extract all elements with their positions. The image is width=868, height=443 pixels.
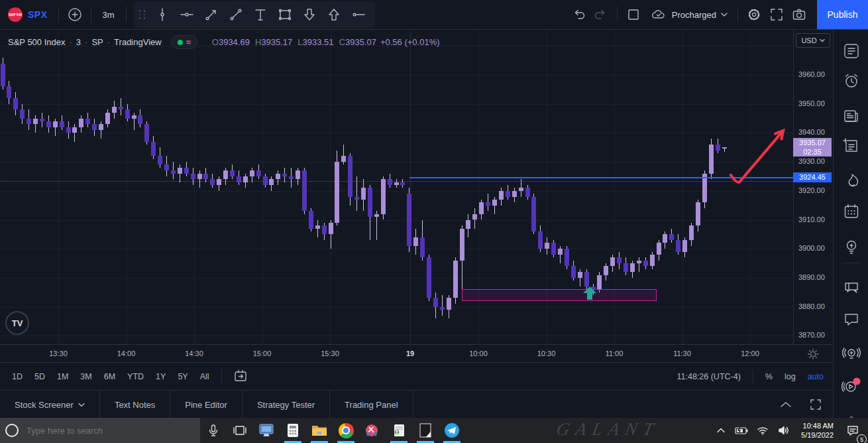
interval-button[interactable]: 3m [96, 10, 121, 20]
right-sidebar [833, 29, 868, 418]
app-contacts[interactable] [386, 418, 412, 443]
taskbar-search[interactable] [0, 418, 200, 443]
price-axis[interactable]: USD 3935.07 02:35 3924.45 3970.003960.00… [793, 29, 833, 344]
cloud-account-menu[interactable]: Procharged [645, 7, 733, 22]
chart-legend[interactable]: S&P 500 Index · 3 · SP · TradingView ≈ O… [8, 35, 440, 49]
fullscreen-button[interactable] [765, 3, 788, 26]
range-button-6m[interactable]: 6M [104, 372, 115, 381]
tray-clock[interactable]: 10:48 AM 5/19/2022 [801, 421, 834, 440]
streams-icon[interactable] [841, 344, 861, 363]
time-label: 11:00 [606, 349, 624, 357]
price-label: 3880.00 [798, 302, 825, 310]
app-calculator[interactable] [280, 418, 306, 443]
rectangle-tool[interactable] [273, 3, 298, 26]
trend-line-tool[interactable] [224, 3, 248, 26]
layout-button[interactable] [622, 3, 645, 26]
go-to-date-button[interactable] [234, 369, 248, 385]
task-view-button[interactable] [227, 418, 253, 443]
market-open-dot-icon [178, 40, 183, 45]
tab-stock-screener[interactable]: Stock Screener [0, 391, 100, 418]
time-axis-settings[interactable] [793, 344, 833, 363]
volume-icon[interactable] [775, 418, 793, 443]
time-label: 15:00 [253, 349, 272, 357]
cloud-check-icon [650, 7, 667, 22]
microphone-button[interactable] [200, 418, 227, 443]
watchlist-icon[interactable] [841, 41, 861, 61]
wifi-icon[interactable] [753, 418, 772, 443]
notification-dot [853, 378, 860, 385]
calendar-icon[interactable] [841, 202, 861, 222]
app-snipping-tool[interactable] [359, 418, 386, 443]
public-chats-icon[interactable] [841, 278, 861, 298]
hotlists-icon[interactable] [841, 171, 861, 191]
screenshot-button[interactable] [788, 3, 810, 26]
auto-scale-button[interactable]: auto [808, 372, 824, 381]
tradingview-logo[interactable]: TV [5, 311, 29, 335]
time-label: 15:30 [321, 349, 339, 357]
drawn-arrow-annotation[interactable] [0, 29, 793, 344]
tab-pine-editor[interactable]: Pine Editor [170, 391, 243, 418]
app-file-explorer[interactable] [306, 418, 333, 443]
arrow-up-tool[interactable] [322, 3, 347, 26]
collapse-panel-icon[interactable] [780, 401, 792, 409]
app-notepad[interactable] [412, 418, 439, 443]
plus-circle-icon [67, 7, 83, 23]
private-chat-icon[interactable] [841, 309, 861, 329]
news-icon[interactable] [841, 106, 861, 126]
time-label: 10:30 [537, 349, 556, 357]
search-input[interactable] [25, 425, 174, 436]
publish-button[interactable]: Publish [817, 0, 868, 29]
redo-button[interactable] [590, 3, 612, 26]
notification-center-button[interactable]: 5 [841, 418, 864, 443]
range-button-all[interactable]: All [200, 372, 209, 381]
compare-add-button[interactable] [64, 3, 86, 26]
price-label: 3900.00 [798, 244, 825, 252]
text-notes-icon[interactable] [841, 136, 861, 156]
range-button-5d[interactable]: 5D [34, 372, 45, 381]
horizontal-line-tool[interactable] [175, 3, 199, 26]
range-button-1d[interactable]: 1D [12, 372, 23, 381]
alert-clock-icon[interactable] [841, 71, 861, 91]
notification-count-badge: 5 [857, 434, 867, 443]
range-button-1y[interactable]: 1Y [156, 372, 166, 381]
sun-icon [806, 348, 820, 361]
settings-button[interactable] [743, 3, 765, 26]
ideas-icon[interactable] [841, 237, 861, 257]
desktop-watermark: GALANT [555, 419, 661, 440]
range-button-ytd[interactable]: YTD [127, 372, 144, 381]
divider [753, 369, 753, 384]
app-telegram[interactable] [439, 418, 465, 443]
text-tool[interactable] [248, 3, 273, 26]
maximize-panel-icon[interactable] [810, 399, 821, 410]
app-chrome[interactable] [333, 418, 359, 443]
divider [91, 7, 91, 23]
range-button-1m[interactable]: 1M [57, 372, 68, 381]
percent-scale-button[interactable]: % [765, 372, 773, 381]
range-button-5y[interactable]: 5Y [178, 372, 188, 381]
cross-line-tool[interactable] [150, 3, 175, 26]
tab-trading-panel[interactable]: Trading Panel [330, 391, 413, 418]
drag-handle[interactable] [139, 10, 146, 19]
live-streams-icon[interactable] [841, 375, 861, 395]
ohlc-value: 3935.17 [261, 37, 292, 47]
market-status-pill[interactable]: ≈ [171, 35, 197, 49]
tab-strategy-tester[interactable]: Strategy Tester [243, 391, 330, 418]
time-label: 11:30 [673, 349, 691, 357]
main-area: S&P 500 Index · 3 · SP · TradingView ≈ O… [0, 29, 833, 418]
undo-button[interactable] [567, 3, 590, 26]
arrow-down-tool[interactable] [298, 3, 322, 26]
tray-expand-button[interactable] [712, 418, 730, 443]
tab-text-notes[interactable]: Text Notes [100, 391, 170, 418]
time-label: 14:30 [185, 349, 203, 357]
time-axis[interactable]: 13:3014:0014:3015:0015:301910:0010:3011:… [0, 344, 793, 363]
battery-icon[interactable] [732, 418, 751, 443]
horizontal-ray-tool[interactable] [347, 3, 371, 26]
symbol-button[interactable]: SPX [28, 9, 48, 20]
range-button-3m[interactable]: 3M [80, 372, 91, 381]
log-scale-button[interactable]: log [785, 372, 796, 381]
chart-pane[interactable]: S&P 500 Index · 3 · SP · TradingView ≈ O… [0, 29, 794, 344]
currency-button[interactable]: USD [796, 33, 830, 48]
ohlc-value: 3934.69 [219, 37, 250, 47]
app-my-computer[interactable] [253, 418, 280, 443]
trend-arrow-tool[interactable] [199, 3, 224, 26]
